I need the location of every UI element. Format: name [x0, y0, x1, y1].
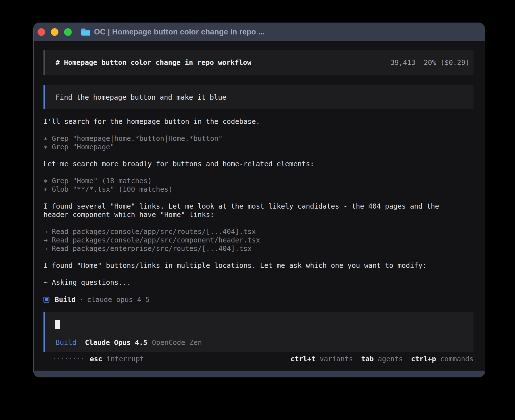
- window-title: OC | Homepage button color change in rep…: [94, 28, 265, 36]
- keyboard-hint-interrupt: esc interrupt: [90, 355, 144, 363]
- user-message-text: Find the homepage button and make it blu…: [56, 93, 226, 101]
- traffic-lights: [38, 28, 72, 36]
- token-count: 39,413: [390, 58, 416, 67]
- hint-label: commands: [436, 355, 473, 363]
- status-bar: esc interrupt ctrl+t variantstab agentsc…: [43, 355, 473, 363]
- assistant-text-group: ~ Asking questions...: [43, 278, 473, 287]
- assistant-text-group: I found several "Home" links. Let me loo…: [43, 202, 473, 219]
- tool-call-line: ∗ Grep "homepage|home.*button|Home.*butt…: [43, 134, 473, 143]
- tool-call-line: → Read packages/console/app/src/componen…: [43, 236, 473, 244]
- context-cost: 20% ($0.29): [424, 58, 470, 67]
- hint-label: variants: [315, 355, 353, 363]
- folder-icon: [81, 28, 91, 36]
- window-bottom-strip: [34, 371, 485, 377]
- prompt-input[interactable]: Build Claude Opus 4.5 OpenCode Zen: [43, 312, 473, 352]
- agent-separator: ·: [79, 296, 84, 304]
- input-model-label[interactable]: Claude Opus 4.5: [85, 338, 147, 347]
- assistant-text-line: I found several "Home" links. Let me loo…: [43, 202, 473, 211]
- assistant-text-line: header component which have "Home" links…: [43, 211, 473, 219]
- assistant-text-line: I'll search for the homepage button in t…: [43, 117, 473, 126]
- assistant-text-line: Let me search more broadly for buttons a…: [43, 160, 473, 168]
- assistant-text-line: ~ Asking questions...: [43, 278, 473, 287]
- spinner-dots-icon: [54, 358, 83, 359]
- hint-label: agents: [374, 355, 403, 363]
- spinner-dot-icon: [54, 358, 55, 359]
- transcript: I'll search for the homepage button in t…: [43, 117, 473, 287]
- user-message: Find the homepage button and make it blu…: [43, 85, 473, 109]
- hint-key: ctrl+t: [291, 355, 316, 363]
- zoom-button-icon[interactable]: [64, 28, 72, 36]
- spinner-dot-icon: [70, 358, 71, 359]
- spinner-dot-icon: [58, 358, 59, 359]
- spinner-dot-icon: [66, 358, 67, 359]
- assistant-text-group: Let me search more broadly for buttons a…: [43, 160, 473, 168]
- terminal-window: OC | Homepage button color change in rep…: [33, 23, 485, 377]
- keyboard-hint-variants: ctrl+t variants: [291, 355, 353, 363]
- assistant-text-line: I found "Home" buttons/links in multiple…: [43, 261, 473, 270]
- text-cursor: [55, 320, 60, 329]
- left-hints: esc interrupt: [83, 355, 144, 363]
- spinner-dot-icon: [78, 358, 79, 359]
- minimize-button-icon[interactable]: [51, 28, 58, 36]
- spinner-dot-icon: [74, 358, 75, 359]
- hint-key: tab: [361, 355, 374, 363]
- assistant-text-group: I'll search for the homepage button in t…: [43, 117, 473, 126]
- tool-call-group: ∗ Grep "homepage|home.*button|Home.*butt…: [43, 134, 473, 151]
- assistant-text-group: I found "Home" buttons/links in multiple…: [43, 261, 473, 270]
- window-titlebar[interactable]: OC | Homepage button color change in rep…: [34, 23, 485, 41]
- keyboard-hint-commands: ctrl+p commands: [411, 355, 473, 363]
- tool-call-line: → Read packages/enterprise/src/routes/[.…: [43, 244, 473, 253]
- input-provider-label: OpenCode Zen: [152, 338, 202, 347]
- tool-call-line: → Read packages/console/app/src/routes/[…: [43, 228, 473, 236]
- keyboard-hint-agents: tab agents: [361, 355, 403, 363]
- hint-key: esc: [90, 355, 102, 363]
- session-title: # Homepage button color change in repo w…: [56, 58, 251, 67]
- hint-label: interrupt: [102, 355, 144, 363]
- tool-call-group: ∗ Grep "Home" (18 matches)∗ Glob "**/*.t…: [43, 177, 473, 194]
- status-left: esc interrupt: [43, 355, 144, 363]
- input-meta: Build Claude Opus 4.5 OpenCode Zen: [56, 338, 202, 347]
- agent-status-row: Build · claude-opus-4-5: [43, 295, 473, 304]
- session-token-stats: 39,413 20% ($0.29): [357, 50, 470, 75]
- tool-call-group: → Read packages/console/app/src/routes/[…: [43, 228, 473, 253]
- hint-key: ctrl+p: [411, 355, 436, 363]
- spinner-dot-icon: [62, 358, 63, 359]
- session-header: # Homepage button color change in repo w…: [43, 50, 473, 75]
- tool-call-line: ∗ Grep "Home" (18 matches): [43, 177, 473, 185]
- right-hints: ctrl+t variantstab agentsctrl+p commands: [291, 355, 473, 363]
- tool-call-line: ∗ Glob "**/*.tsx" (100 matches): [43, 185, 473, 194]
- input-agent-label[interactable]: Build: [56, 338, 77, 347]
- agent-model: claude-opus-4-5: [87, 296, 150, 304]
- terminal-content: # Homepage button color change in repo w…: [34, 41, 485, 371]
- agent-name: Build: [55, 296, 76, 304]
- tool-call-line: ∗ Grep "Homepage": [43, 143, 473, 151]
- close-button-icon[interactable]: [38, 28, 45, 36]
- agent-build-icon: [43, 297, 49, 303]
